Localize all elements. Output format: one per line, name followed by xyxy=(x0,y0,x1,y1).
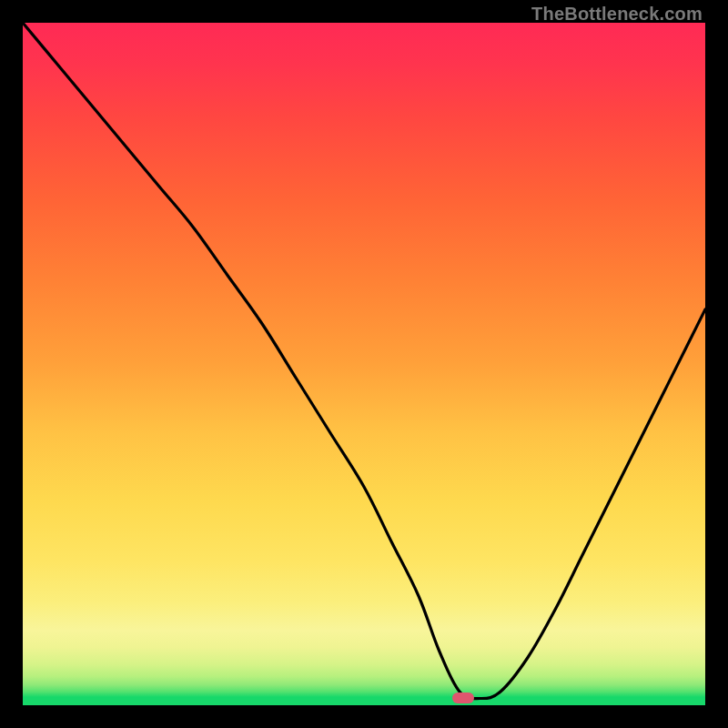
watermark-text: TheBottleneck.com xyxy=(531,4,703,25)
bottleneck-curve xyxy=(23,23,705,705)
plot-area xyxy=(23,23,705,705)
optimal-point-marker xyxy=(452,693,474,703)
chart-frame: TheBottleneck.com xyxy=(0,0,728,728)
